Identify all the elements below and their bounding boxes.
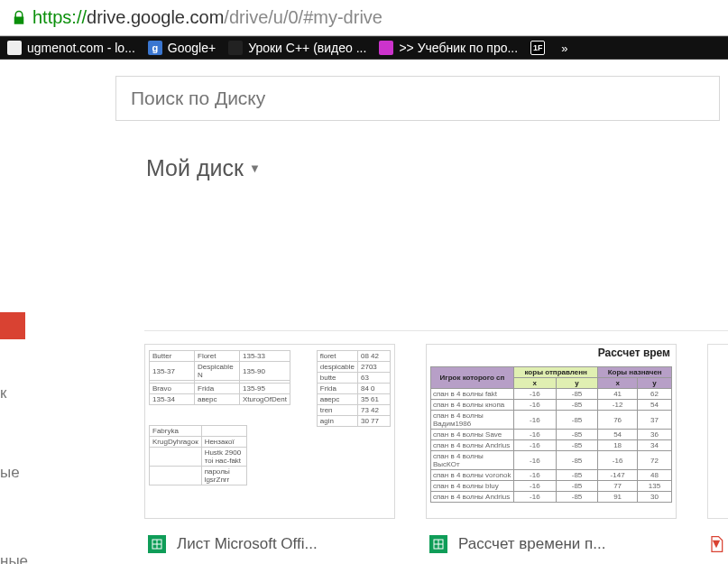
search-input[interactable] (115, 76, 720, 121)
bookmark-item[interactable]: g Google+ (148, 41, 216, 55)
bookmark-item[interactable]: >> Учебник по про... (379, 41, 518, 55)
sidebar-item-label[interactable]: ные (0, 552, 45, 564)
url-path: /drive/u/0/#my-drive (224, 7, 382, 27)
pdf-icon (707, 535, 728, 559)
bookmark-label: >> Учебник по про... (399, 41, 518, 55)
file-name: Рассчет времени п... (458, 535, 605, 553)
sidebar-item-label[interactable]: к (0, 384, 45, 402)
sidebar-fragment: к ые ные (0, 312, 45, 564)
file-thumbnail: Рассчет врем Игрок которого сп коры отпр… (426, 344, 677, 519)
bookmark-item[interactable]: ugmenot.com - lo... (7, 41, 135, 55)
lock-icon (11, 10, 27, 26)
bookmark-label: Google+ (168, 41, 216, 55)
folder-title: Мой диск (146, 155, 244, 181)
file-card[interactable]: Рассчет врем Игрок которого сп коры отпр… (426, 344, 677, 559)
bookmark-favicon: 1F (530, 41, 545, 55)
bookmark-item[interactable]: 1F (530, 41, 545, 55)
file-grid: ButterFloret135-33 135-37Despicable N135… (144, 330, 728, 559)
bookmark-favicon: g (148, 41, 162, 55)
sheets-icon (429, 535, 447, 553)
create-button[interactable] (0, 312, 25, 339)
file-card[interactable] (707, 344, 728, 559)
bookmark-item[interactable]: Уроки С++ (видео ... (228, 41, 366, 55)
sidebar-item-label[interactable]: ые (0, 464, 45, 482)
file-card[interactable]: ButterFloret135-33 135-37Despicable N135… (144, 344, 395, 559)
sheets-icon (148, 535, 166, 553)
url-protocol: https:// (32, 7, 87, 27)
bookmarks-bar: ugmenot.com - lo... g Google+ Уроки С++ … (0, 36, 728, 60)
url-domain: drive.google.com (87, 7, 224, 27)
bookmark-label: Уроки С++ (видео ... (248, 41, 366, 55)
bookmarks-overflow[interactable]: » (558, 42, 571, 55)
bookmark-favicon (228, 41, 243, 55)
file-thumbnail: ButterFloret135-33 135-37Despicable N135… (144, 344, 395, 519)
file-name: Лист Microsoft Offi... (177, 535, 318, 553)
bookmark-favicon (379, 41, 393, 55)
address-bar[interactable]: https://drive.google.com/drive/u/0/#my-d… (0, 0, 728, 36)
bookmark-favicon (7, 41, 22, 55)
url-text[interactable]: https://drive.google.com/drive/u/0/#my-d… (32, 7, 382, 28)
folder-heading[interactable]: Мой диск ▼ (0, 121, 728, 181)
file-thumbnail (707, 344, 728, 519)
chevron-down-icon: ▼ (249, 162, 261, 175)
bookmark-label: ugmenot.com - lo... (27, 41, 135, 55)
